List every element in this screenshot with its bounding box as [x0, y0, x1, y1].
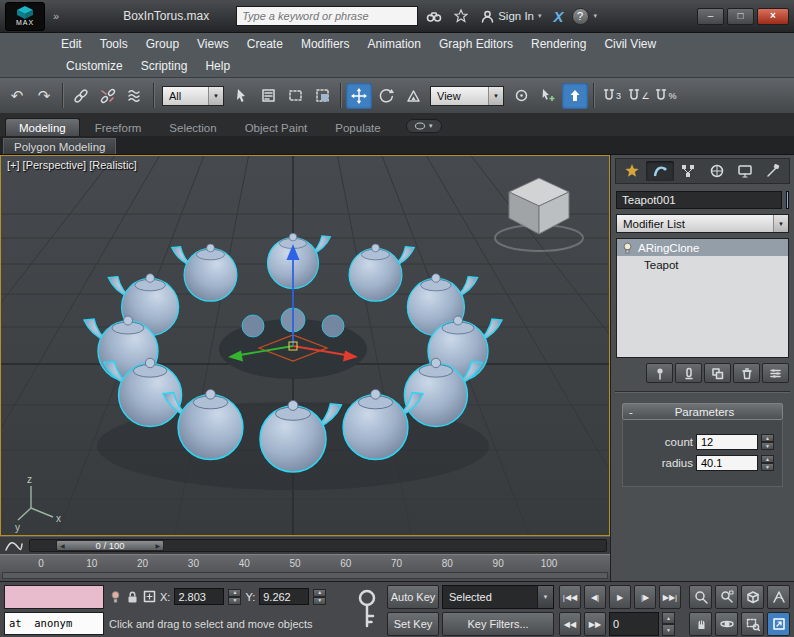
- tab-modify[interactable]: [646, 161, 673, 181]
- select-and-scale-button[interactable]: [400, 83, 426, 109]
- object-name-field[interactable]: [616, 191, 782, 209]
- infocenter-search[interactable]: [236, 6, 418, 26]
- previous-frame-button[interactable]: ◀|: [584, 585, 606, 609]
- time-slider-track[interactable]: ◀ 0 / 100 ▶: [29, 539, 607, 552]
- select-and-move-button[interactable]: [346, 83, 372, 109]
- previous-frame-arrow-icon[interactable]: ◀: [60, 542, 65, 549]
- field-of-view-button[interactable]: [767, 585, 790, 609]
- pan-button[interactable]: [689, 612, 712, 636]
- tab-create[interactable]: [618, 161, 645, 181]
- play-button[interactable]: ▶: [609, 585, 631, 609]
- track-bar[interactable]: 0102030405060708090100: [0, 554, 610, 581]
- spinner-down-icon[interactable]: ▼: [228, 597, 241, 605]
- maximize-button[interactable]: □: [727, 8, 754, 25]
- configure-modifier-sets-button[interactable]: [762, 363, 789, 383]
- tab-utilities[interactable]: [760, 161, 787, 181]
- modifier-stack-item-teapot[interactable]: Teapot: [617, 256, 788, 273]
- spinner-up-icon[interactable]: ▲: [228, 589, 241, 597]
- menu-item[interactable]: Modifiers: [292, 33, 359, 55]
- select-by-name-button[interactable]: [255, 83, 281, 109]
- unlink-selection-button[interactable]: [95, 83, 121, 109]
- selection-region-button[interactable]: [282, 83, 308, 109]
- search-button[interactable]: [423, 5, 445, 27]
- reference-coordsys-dropdown[interactable]: View ▼: [430, 86, 504, 106]
- menu-item[interactable]: Tools: [91, 33, 137, 55]
- selection-lock-icon[interactable]: [126, 590, 139, 604]
- help-button[interactable]: ?: [572, 8, 589, 25]
- angle-snap-button[interactable]: ∠: [626, 83, 652, 109]
- absolute-offset-toggle-icon[interactable]: [143, 590, 156, 603]
- spinner-down-icon[interactable]: ▼: [761, 442, 774, 450]
- parameters-rollout-header[interactable]: - Parameters: [622, 403, 783, 420]
- set-key-button[interactable]: Set Key: [387, 612, 439, 636]
- menu-item[interactable]: Animation: [359, 33, 430, 55]
- key-filters-button[interactable]: Key Filters...: [442, 612, 554, 636]
- tab-motion[interactable]: [703, 161, 730, 181]
- use-pivot-center-button[interactable]: [508, 83, 534, 109]
- window-crossing-button[interactable]: [309, 83, 335, 109]
- current-time-field[interactable]: [609, 612, 659, 636]
- minimize-button[interactable]: –: [697, 8, 724, 25]
- radius-spinner[interactable]: ▲ ▼: [761, 455, 774, 471]
- next-frame-arrow-icon[interactable]: ▶: [155, 542, 160, 549]
- menu-item[interactable]: Create: [238, 33, 292, 55]
- ribbon-tab-populate[interactable]: Populate: [322, 119, 393, 136]
- perspective-viewport[interactable]: [+] [Perspective] [Realistic]: [0, 155, 610, 536]
- auto-key-button[interactable]: Auto Key: [387, 585, 439, 609]
- next-frame-button[interactable]: |▶: [634, 585, 656, 609]
- selection-filter-dropdown[interactable]: All ▼: [162, 86, 224, 106]
- menu-item[interactable]: Help: [196, 55, 239, 77]
- go-to-end-button[interactable]: ▶▶|: [659, 585, 681, 609]
- modifier-stack[interactable]: ARingClone Teapot: [616, 238, 789, 358]
- previous-key-button[interactable]: ◀◀: [559, 612, 581, 636]
- orbit-button[interactable]: [715, 612, 738, 636]
- isolate-selection-icon[interactable]: [109, 590, 122, 604]
- polygon-modeling-panel-tab[interactable]: Polygon Modeling: [3, 138, 116, 154]
- menu-item[interactable]: Graph Editors: [430, 33, 522, 55]
- next-key-button[interactable]: ▶▶: [584, 612, 606, 636]
- spinner-up-icon[interactable]: ▲: [761, 455, 774, 463]
- zoom-all-button[interactable]: [715, 585, 738, 609]
- select-and-rotate-button[interactable]: [373, 83, 399, 109]
- exchange-apps-button[interactable]: X: [551, 8, 567, 25]
- pin-stack-button[interactable]: [646, 363, 673, 383]
- x-coordinate-field[interactable]: [174, 588, 224, 605]
- tab-display[interactable]: [731, 161, 758, 181]
- zoom-region-button[interactable]: [741, 612, 764, 636]
- snaps-toggle-button[interactable]: 3: [599, 83, 625, 109]
- track-bar-key-strip[interactable]: [2, 572, 608, 579]
- spinner-up-icon[interactable]: ▲: [662, 612, 675, 624]
- menu-item[interactable]: Civil View: [595, 33, 665, 55]
- menu-item[interactable]: Views: [188, 33, 238, 55]
- ribbon-tab-modeling[interactable]: Modeling: [5, 118, 80, 136]
- menu-item[interactable]: Customize: [57, 55, 132, 77]
- zoom-extents-button[interactable]: [741, 585, 764, 609]
- radius-field[interactable]: [696, 455, 758, 471]
- search-input[interactable]: [242, 10, 412, 22]
- percent-snap-button[interactable]: %: [653, 83, 679, 109]
- ribbon-tab-freeform[interactable]: Freeform: [82, 119, 155, 136]
- modifier-stack-item-aringclone[interactable]: ARingClone: [617, 239, 788, 256]
- application-menu-button[interactable]: MAX: [5, 2, 45, 31]
- viewport-label[interactable]: [+] [Perspective] [Realistic]: [7, 159, 137, 171]
- viewport-canvas[interactable]: zxy: [1, 156, 609, 535]
- select-and-manipulate-button[interactable]: [535, 83, 561, 109]
- key-selection-dropdown[interactable]: Selected ▼: [442, 585, 554, 609]
- help-caret-icon[interactable]: ▾: [594, 12, 598, 20]
- close-button[interactable]: ×: [757, 8, 789, 25]
- show-end-result-button[interactable]: [675, 363, 702, 383]
- spinner-down-icon[interactable]: ▼: [761, 463, 774, 471]
- spinner-up-icon[interactable]: ▲: [313, 589, 326, 597]
- listener-input[interactable]: [4, 612, 104, 636]
- ribbon-tab-selection[interactable]: Selection: [156, 119, 229, 136]
- select-object-button[interactable]: [228, 83, 254, 109]
- menu-item[interactable]: Edit: [52, 33, 91, 55]
- select-and-link-button[interactable]: [68, 83, 94, 109]
- x-spinner[interactable]: ▲ ▼: [228, 589, 241, 605]
- communication-center-button[interactable]: [450, 5, 472, 27]
- maximize-viewport-button[interactable]: [767, 612, 790, 636]
- y-coordinate-field[interactable]: [259, 588, 309, 605]
- count-field[interactable]: [696, 434, 758, 450]
- ribbon-minimize-button[interactable]: ▾: [406, 119, 442, 133]
- time-spinner[interactable]: ▲ ▼: [662, 612, 675, 636]
